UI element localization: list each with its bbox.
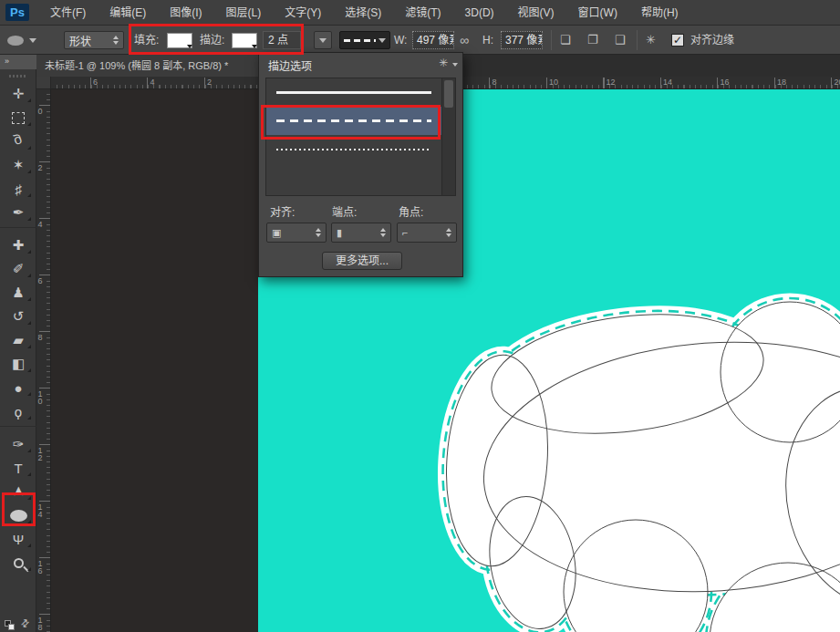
hand-tool[interactable]: Ψ [0, 527, 36, 551]
width-label: W: [394, 26, 407, 55]
h-ruler-label: 2 [207, 78, 212, 87]
menu-item-S[interactable]: 选择(S) [333, 0, 393, 26]
dashed-line-icon [344, 39, 376, 42]
align-edges-checkbox[interactable]: ✓ [671, 34, 684, 47]
chevron-down-icon [319, 38, 327, 43]
gear-icon[interactable]: ✳ [646, 26, 656, 55]
highlight-box-ellipse-tool [2, 492, 36, 526]
blur-tool[interactable]: ● [0, 376, 36, 399]
menu-item-W[interactable]: 窗口(W) [566, 0, 629, 26]
brush-tool[interactable]: ✐ [0, 257, 36, 281]
chevron-down-icon [452, 63, 458, 67]
caps-select[interactable]: ▮ [331, 223, 391, 243]
move-icon: ✛ [13, 86, 25, 102]
zoom-tool[interactable] [0, 551, 36, 575]
pen-tool[interactable]: ✑ [0, 432, 36, 456]
dodge-tool[interactable]: ϙ [0, 399, 36, 423]
v-ruler-label: 8 [37, 333, 45, 340]
v-ruler-label: 18 [37, 616, 45, 630]
stroke-align-icon: ▣ [272, 227, 281, 239]
path-operations-icon[interactable]: ❏ [560, 26, 571, 55]
menu-item-3DD[interactable]: 3D(D) [453, 0, 506, 26]
solid-line-icon [276, 91, 431, 94]
history-brush-tool[interactable]: ↺ [0, 305, 36, 328]
lasso-tool[interactable]: ϱ [0, 130, 36, 153]
gradient-tool[interactable]: ◧ [0, 352, 36, 376]
default-colors-icon[interactable] [5, 620, 15, 630]
h-ruler-label: 12 [607, 78, 616, 87]
ruler-corner[interactable] [36, 77, 51, 89]
path-arrangement-icon[interactable]: ❑ [615, 26, 626, 55]
panel-title: 描边选项 [268, 57, 312, 73]
menu-item-Y[interactable]: 文字(Y) [273, 0, 333, 26]
brush-icon: ✐ [13, 261, 25, 277]
crop-tool[interactable]: ♯ [0, 177, 36, 201]
path-alignment-icon[interactable]: ❐ [587, 26, 598, 55]
chevron-down-icon [379, 38, 386, 43]
type-tool[interactable]: T [0, 456, 36, 480]
stroke-style-dropdown[interactable] [339, 31, 390, 49]
toolbar-separator [0, 426, 36, 432]
align-select[interactable]: ▣ [266, 223, 327, 243]
dotted-line-icon [276, 149, 431, 150]
clone-stamp-tool[interactable]: ♟ [0, 281, 36, 305]
menu-item-I[interactable]: 图像(I) [158, 0, 213, 26]
menu-items: 文件(F)编辑(E)图像(I)图层(L)文字(Y)选择(S)滤镜(T)3D(D)… [38, 0, 690, 26]
color-wells: ⇄ [0, 616, 36, 632]
magic-wand-icon: ✶ [13, 157, 25, 173]
tool-mode-select[interactable]: 形状 [64, 31, 124, 49]
move-tool[interactable]: ✛ [0, 82, 36, 106]
eraser-tool[interactable]: ▰ [0, 328, 36, 352]
h-ruler-label: 20 [835, 78, 840, 87]
v-ruler-label: 12 [37, 446, 45, 461]
align-label: 对齐: [270, 203, 295, 219]
document-tab[interactable]: 未标题-1 @ 109% (椭圆 8 副本, RGB/8) * [36, 55, 262, 77]
menu-item-T[interactable]: 滤镜(T) [393, 0, 452, 26]
vertical-ruler[interactable]: 024681012141618 [36, 89, 51, 632]
toolbar-separator [0, 227, 36, 233]
spot-healing-brush-icon: ✚ [13, 237, 25, 254]
magic-wand-tool[interactable]: ✶ [0, 153, 36, 177]
spinner-icon [316, 228, 321, 237]
v-ruler-label: 16 [37, 559, 45, 574]
stroke-width-dropdown[interactable] [314, 31, 332, 49]
magnifier-icon [14, 558, 24, 568]
scrollbar[interactable] [441, 78, 455, 195]
menu-item-L[interactable]: 图层(L) [214, 0, 274, 26]
h-ruler-label: 4 [150, 78, 155, 87]
swap-colors-icon[interactable]: ⇄ [18, 616, 33, 631]
rectangular-marquee-tool[interactable] [0, 106, 36, 130]
gear-icon[interactable]: ✳ [439, 57, 448, 69]
toolbar-grip[interactable] [9, 75, 27, 78]
crop-icon: ♯ [15, 181, 22, 197]
scrollbar-thumb[interactable] [444, 80, 453, 108]
stroke-style-option-solid[interactable] [266, 78, 441, 107]
width-field[interactable]: 497 像素 [412, 31, 454, 49]
spot-healing-brush-tool[interactable]: ✚ [0, 233, 36, 257]
corners-label: 角点: [399, 203, 423, 219]
caps-label: 端点: [332, 203, 357, 219]
menu-item-E[interactable]: 编辑(E) [98, 0, 158, 26]
separator [637, 30, 638, 50]
h-ruler-label: 8 [493, 78, 497, 87]
corners-select[interactable]: ⌐ [397, 223, 457, 243]
pen-icon: ✑ [13, 436, 25, 452]
link-dimensions-icon[interactable]: ∞ [460, 26, 469, 55]
menu-item-V[interactable]: 视图(V) [506, 0, 566, 26]
h-ruler-label: 6 [93, 78, 98, 87]
spinner-icon [446, 228, 451, 237]
tool-preset-picker[interactable] [7, 33, 47, 47]
stroke-options-panel: 描边选项 ✳ 对齐: 端点: 角点: ▣ ▮ ⌐ 更多选项... [258, 52, 463, 277]
gradient-icon: ◧ [12, 356, 25, 372]
tool-options-bar: 形状 填充: 描边: 2 点 W: 497 像素 ∞ H: 377 像素 ❏ ❐… [0, 26, 840, 55]
v-ruler-label: 0 [37, 107, 45, 114]
toolbar-collapse-button[interactable]: » [0, 55, 36, 69]
menu-item-F[interactable]: 文件(F) [38, 0, 98, 26]
eyedropper-tool[interactable]: ✒ [0, 201, 36, 224]
menu-item-H[interactable]: 帮助(H) [629, 0, 690, 26]
height-field[interactable]: 377 像素 [501, 31, 543, 49]
toolbar: » ✛ϱ✶♯✒✚✐♟↺▰◧●ϙ✑T➤Ψ ⇄ [0, 55, 36, 632]
more-options-button[interactable]: 更多选项... [322, 252, 402, 270]
h-ruler-label: 14 [663, 78, 672, 87]
type-icon: T [14, 461, 22, 476]
